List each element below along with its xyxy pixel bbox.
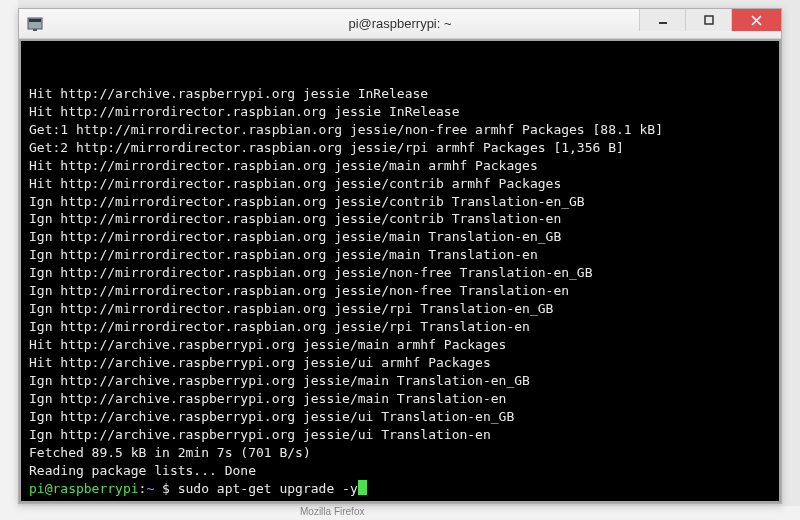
background-taskbar-hint: Mozilla Firefox — [0, 506, 800, 520]
terminal-line: Ign http://mirrordirector.raspbian.org j… — [29, 246, 771, 264]
maximize-button[interactable] — [685, 9, 731, 31]
terminal-line: Ign http://mirrordirector.raspbian.org j… — [29, 228, 771, 246]
terminal-line: Ign http://archive.raspberrypi.org jessi… — [29, 426, 771, 444]
terminal-line: Ign http://archive.raspberrypi.org jessi… — [29, 372, 771, 390]
background-left-strip — [0, 0, 18, 520]
terminal-line: Ign http://mirrordirector.raspbian.org j… — [29, 282, 771, 300]
terminal-viewport[interactable]: Hit http://archive.raspberrypi.org jessi… — [19, 39, 781, 503]
terminal-window: pi@raspberrypi: ~ Hit http://archive.ras… — [18, 8, 782, 504]
prompt-dollar: $ — [154, 481, 177, 496]
prompt-command[interactable]: sudo apt-get upgrade -y — [178, 481, 358, 496]
cursor-block — [358, 480, 367, 495]
terminal-line: Ign http://mirrordirector.raspbian.org j… — [29, 264, 771, 282]
terminal-line: Hit http://archive.raspberrypi.org jessi… — [29, 336, 771, 354]
terminal-line: Get:2 http://mirrordirector.raspbian.org… — [29, 139, 771, 157]
close-button[interactable] — [731, 9, 781, 31]
terminal-line: Get:1 http://mirrordirector.raspbian.org… — [29, 121, 771, 139]
terminal-output: Hit http://archive.raspberrypi.org jessi… — [29, 85, 771, 480]
terminal-line: Ign http://mirrordirector.raspbian.org j… — [29, 318, 771, 336]
terminal-line: Ign http://archive.raspberrypi.org jessi… — [29, 408, 771, 426]
terminal-line: Reading package lists... Done — [29, 462, 771, 480]
terminal-line: Ign http://archive.raspberrypi.org jessi… — [29, 390, 771, 408]
svg-rect-3 — [659, 22, 667, 24]
app-icon — [26, 15, 44, 33]
titlebar[interactable]: pi@raspberrypi: ~ — [19, 9, 781, 39]
prompt-user-host: pi@raspberrypi — [29, 481, 139, 496]
terminal-line: Hit http://mirrordirector.raspbian.org j… — [29, 157, 771, 175]
svg-rect-1 — [29, 19, 41, 22]
terminal-line: Hit http://archive.raspberrypi.org jessi… — [29, 354, 771, 372]
terminal-line: Fetched 89.5 kB in 2min 7s (701 B/s) — [29, 444, 771, 462]
terminal-line: Hit http://archive.raspberrypi.org jessi… — [29, 85, 771, 103]
terminal-line: Hit http://mirrordirector.raspbian.org j… — [29, 103, 771, 121]
svg-rect-2 — [33, 29, 37, 31]
terminal-line: Ign http://mirrordirector.raspbian.org j… — [29, 193, 771, 211]
minimize-button[interactable] — [639, 9, 685, 31]
svg-rect-4 — [705, 16, 713, 24]
window-controls — [639, 9, 781, 38]
terminal-line: Ign http://mirrordirector.raspbian.org j… — [29, 300, 771, 318]
terminal-line: Ign http://mirrordirector.raspbian.org j… — [29, 210, 771, 228]
terminal-line: Hit http://mirrordirector.raspbian.org j… — [29, 175, 771, 193]
